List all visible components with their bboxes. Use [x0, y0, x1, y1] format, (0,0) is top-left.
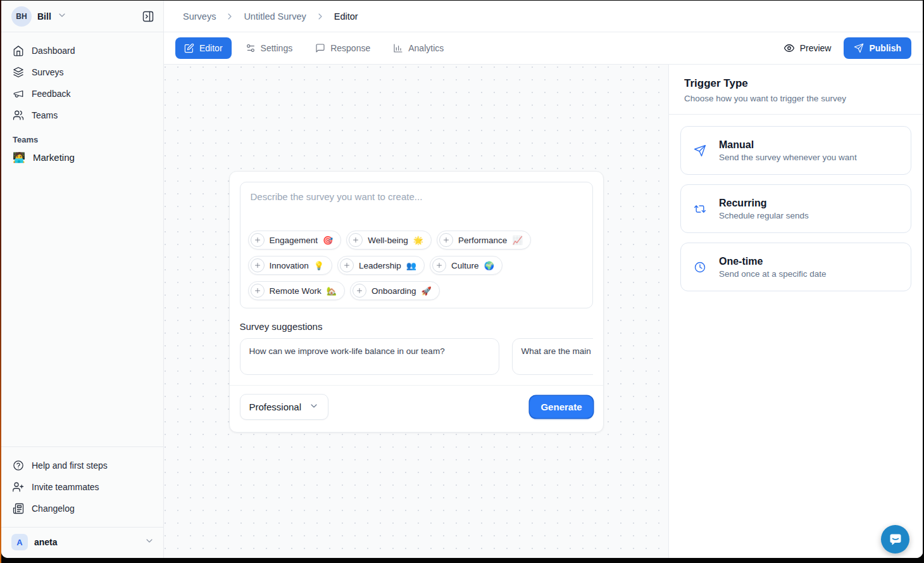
clock-icon — [694, 261, 706, 274]
chip-emoji: 🌟 — [413, 236, 423, 244]
sidebar-item-invite[interactable]: Invite teammates — [6, 476, 158, 498]
trigger-type-panel: Trigger Type Choose how you want to trig… — [668, 65, 923, 558]
topic-chip-leadership[interactable]: Leadership 👥 — [337, 256, 425, 275]
plus-icon — [340, 258, 354, 272]
preview-label: Preview — [800, 43, 832, 53]
breadcrumb-survey-name[interactable]: Untitled Survey — [244, 11, 306, 22]
trigger-option-title: One-time — [719, 256, 827, 267]
panel-body: Manual Send the survey whenever you want… — [669, 115, 923, 312]
sidebar-item-surveys[interactable]: Surveys — [6, 61, 158, 83]
topic-chip-remote-work[interactable]: Remote Work 🏡 — [248, 281, 346, 300]
preview-button[interactable]: Preview — [784, 42, 832, 54]
newspaper-icon — [13, 503, 24, 514]
sidebar-team-marketing[interactable]: 🧑‍💻 Marketing — [1, 147, 163, 168]
breadcrumb-current: Editor — [334, 11, 358, 22]
app-window: BH Bill Dashboard Surveys Feedback — [1, 1, 923, 558]
topic-chip-onboarding[interactable]: Onboarding 🚀 — [350, 281, 440, 300]
plus-icon — [439, 233, 453, 247]
generate-button[interactable]: Generate — [530, 396, 592, 418]
trigger-option-recurring[interactable]: Recurring Schedule regular sends — [680, 184, 911, 233]
chevron-down-icon — [144, 536, 154, 548]
account-name: aneta — [34, 537, 58, 547]
chip-emoji: 🎯 — [323, 236, 333, 244]
chip-emoji: 📈 — [512, 236, 522, 244]
chip-label: Innovation — [270, 261, 309, 270]
sidebar-item-label: Feedback — [32, 89, 70, 99]
tab-response[interactable]: Response — [306, 37, 379, 59]
send-icon — [694, 144, 706, 157]
publish-button[interactable]: Publish — [844, 37, 911, 59]
plus-icon — [251, 258, 265, 272]
breadcrumb: Surveys Untitled Survey Editor — [164, 1, 923, 32]
chip-emoji: 🚀 — [421, 287, 432, 295]
tab-settings[interactable]: Settings — [237, 37, 302, 59]
main-area: Surveys Untitled Survey Editor Editor Se… — [164, 1, 923, 558]
workspace-switcher[interactable]: BH Bill — [1, 1, 163, 32]
topic-chip-innovation[interactable]: Innovation 💡 — [248, 256, 333, 275]
chevron-down-icon — [309, 401, 319, 413]
trigger-option-text: One-time Send once at a specific date — [719, 256, 827, 279]
sidebar-item-label: Invite teammates — [32, 482, 99, 492]
editor-toolbar: Editor Settings Response Analytics — [164, 32, 923, 65]
team-label: Marketing — [33, 152, 75, 163]
sidebar: BH Bill Dashboard Surveys Feedback — [1, 1, 164, 558]
screen-frame: BH Bill Dashboard Surveys Feedback — [0, 0, 924, 563]
sidebar-item-label: Dashboard — [32, 46, 75, 56]
chip-emoji: 👥 — [406, 262, 416, 270]
sidebar-item-label: Surveys — [32, 67, 64, 77]
sidebar-item-help[interactable]: Help and first steps — [6, 455, 158, 476]
teams-section-label: Teams — [1, 126, 163, 147]
chip-label: Remote Work — [270, 286, 322, 296]
trigger-option-manual[interactable]: Manual Send the survey whenever you want — [680, 126, 911, 175]
workspace-avatar: BH — [11, 6, 32, 27]
tab-label: Response — [330, 43, 370, 53]
toolbar-tabs: Editor Settings Response Analytics — [175, 37, 453, 59]
topic-chip-engagement[interactable]: Engagement 🎯 — [248, 231, 342, 250]
chip-label: Performance — [458, 236, 507, 245]
plus-icon — [353, 284, 366, 298]
trigger-option-title: Recurring — [719, 198, 809, 209]
survey-description-input[interactable] — [248, 190, 585, 231]
account-menu[interactable]: A aneta — [11, 534, 154, 550]
message-square-icon — [315, 43, 325, 53]
account-section: A aneta — [1, 527, 163, 558]
trigger-option-one-time[interactable]: One-time Send once at a specific date — [680, 243, 911, 291]
topic-chip-wellbeing[interactable]: Well-being 🌟 — [346, 231, 432, 250]
pen-square-icon — [184, 43, 194, 53]
chip-emoji: 💡 — [314, 262, 324, 270]
send-icon — [854, 43, 864, 53]
repeat-icon — [694, 203, 706, 215]
topic-chip-performance[interactable]: Performance 📈 — [437, 231, 531, 250]
sidebar-footer-nav: Help and first steps Invite teammates Ch… — [1, 446, 163, 522]
composer-footer: Professional Generate — [230, 385, 603, 422]
plus-icon — [432, 258, 446, 272]
tab-analytics[interactable]: Analytics — [384, 37, 453, 59]
suggestion-card[interactable]: How can we improve work-life balance in … — [240, 338, 499, 375]
chevron-right-icon — [225, 11, 235, 22]
editor-canvas[interactable]: Engagement 🎯 Well-being 🌟 Performance 📈 — [164, 65, 668, 558]
sidebar-item-feedback[interactable]: Feedback — [6, 83, 158, 104]
team-emoji-icon: 🧑‍💻 — [13, 153, 25, 163]
sidebar-item-teams[interactable]: Teams — [6, 104, 158, 126]
tone-select[interactable]: Professional — [240, 394, 329, 420]
chevron-down-icon — [57, 10, 67, 23]
breadcrumb-surveys[interactable]: Surveys — [183, 11, 216, 22]
workspace-name: Bill — [37, 11, 51, 22]
sidebar-spacer — [1, 168, 163, 446]
sliders-icon — [246, 43, 256, 53]
collapse-sidebar-button[interactable] — [142, 10, 154, 23]
topic-chip-culture[interactable]: Culture 🌍 — [430, 256, 503, 275]
suggestion-card[interactable]: What are the main ob — [512, 338, 593, 375]
survey-composer-card: Engagement 🎯 Well-being 🌟 Performance 📈 — [229, 171, 604, 433]
sidebar-nav: Dashboard Surveys Feedback Teams — [1, 32, 163, 126]
sidebar-item-changelog[interactable]: Changelog — [6, 498, 158, 519]
chat-launcher-button[interactable] — [881, 525, 909, 554]
panel-title: Trigger Type — [684, 77, 908, 90]
tab-editor[interactable]: Editor — [175, 37, 232, 59]
chip-emoji: 🏡 — [327, 287, 337, 295]
sidebar-item-dashboard[interactable]: Dashboard — [6, 40, 158, 61]
megaphone-icon — [13, 88, 24, 99]
sidebar-item-label: Help and first steps — [32, 460, 108, 471]
chip-label: Well-being — [368, 236, 408, 245]
suggestions-row: How can we improve work-life balance in … — [240, 338, 593, 375]
